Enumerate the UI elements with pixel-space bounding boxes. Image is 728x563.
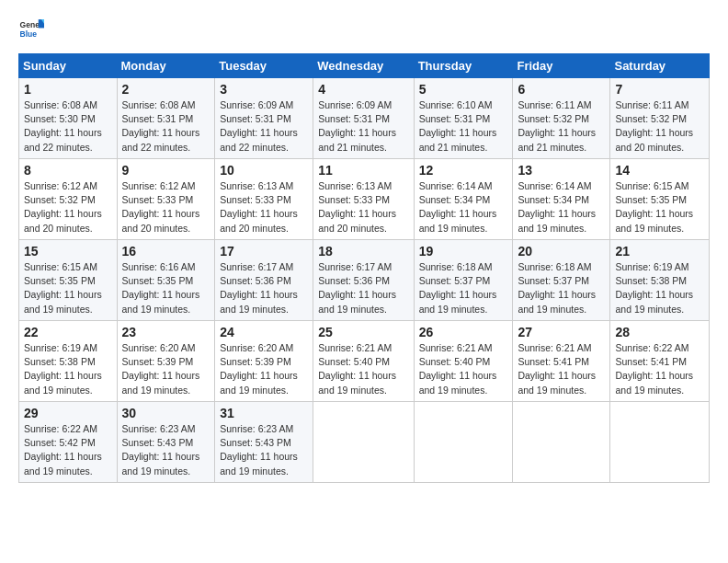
calendar-cell: 18 Sunrise: 6:17 AM Sunset: 5:36 PM Dayl…	[313, 240, 414, 321]
day-number: 24	[220, 325, 308, 339]
calendar-cell: 28 Sunrise: 6:22 AM Sunset: 5:41 PM Dayl…	[610, 321, 710, 402]
day-info: Sunrise: 6:10 AM Sunset: 5:31 PM Dayligh…	[419, 98, 508, 155]
logo-icon: General Blue	[18, 17, 44, 42]
day-info: Sunrise: 6:13 AM Sunset: 5:33 PM Dayligh…	[318, 179, 408, 236]
day-number: 28	[615, 325, 704, 339]
page: General Blue SundayMondayTuesdayWednesda…	[0, 0, 728, 494]
calendar-week-2: 15 Sunrise: 6:15 AM Sunset: 5:35 PM Dayl…	[19, 240, 710, 321]
day-info: Sunrise: 6:21 AM Sunset: 5:40 PM Dayligh…	[318, 341, 408, 397]
calendar-cell: 16 Sunrise: 6:16 AM Sunset: 5:35 PM Dayl…	[117, 240, 215, 321]
day-number: 11	[318, 163, 408, 178]
day-number: 14	[615, 163, 704, 178]
day-info: Sunrise: 6:15 AM Sunset: 5:35 PM Dayligh…	[24, 260, 112, 316]
day-info: Sunrise: 6:12 AM Sunset: 5:32 PM Dayligh…	[24, 179, 112, 236]
day-number: 10	[220, 163, 308, 178]
day-number: 15	[24, 244, 112, 259]
day-info: Sunrise: 6:11 AM Sunset: 5:32 PM Dayligh…	[518, 98, 605, 155]
day-info: Sunrise: 6:15 AM Sunset: 5:35 PM Dayligh…	[615, 179, 704, 236]
day-number: 1	[24, 82, 112, 97]
header: General Blue	[18, 17, 710, 42]
day-number: 29	[24, 406, 112, 420]
day-number: 7	[615, 82, 704, 97]
calendar-cell: 7 Sunrise: 6:11 AM Sunset: 5:32 PM Dayli…	[610, 78, 710, 159]
calendar-cell: 13 Sunrise: 6:14 AM Sunset: 5:34 PM Dayl…	[513, 159, 610, 240]
calendar-cell: 15 Sunrise: 6:15 AM Sunset: 5:35 PM Dayl…	[19, 240, 118, 321]
calendar-cell: 22 Sunrise: 6:19 AM Sunset: 5:38 PM Dayl…	[19, 321, 118, 402]
day-info: Sunrise: 6:20 AM Sunset: 5:39 PM Dayligh…	[122, 341, 210, 397]
day-info: Sunrise: 6:12 AM Sunset: 5:33 PM Dayligh…	[122, 179, 210, 236]
day-number: 17	[220, 244, 308, 259]
calendar-cell: 5 Sunrise: 6:10 AM Sunset: 5:31 PM Dayli…	[414, 78, 513, 159]
calendar-cell: 27 Sunrise: 6:21 AM Sunset: 5:41 PM Dayl…	[513, 321, 610, 402]
calendar-cell: 14 Sunrise: 6:15 AM Sunset: 5:35 PM Dayl…	[610, 159, 710, 240]
calendar-cell: 4 Sunrise: 6:09 AM Sunset: 5:31 PM Dayli…	[313, 78, 414, 159]
calendar-week-3: 22 Sunrise: 6:19 AM Sunset: 5:38 PM Dayl…	[19, 321, 710, 402]
day-info: Sunrise: 6:17 AM Sunset: 5:36 PM Dayligh…	[220, 260, 308, 316]
calendar-cell	[610, 402, 710, 483]
day-info: Sunrise: 6:22 AM Sunset: 5:41 PM Dayligh…	[615, 341, 704, 397]
day-info: Sunrise: 6:21 AM Sunset: 5:40 PM Dayligh…	[419, 341, 508, 397]
calendar-cell	[313, 402, 414, 483]
day-number: 21	[615, 244, 704, 259]
day-number: 30	[122, 406, 210, 420]
day-number: 31	[220, 406, 308, 420]
day-number: 18	[318, 244, 408, 259]
col-header-wednesday: Wednesday	[313, 54, 414, 78]
col-header-thursday: Thursday	[414, 54, 513, 78]
day-number: 26	[419, 325, 508, 339]
day-number: 27	[518, 325, 605, 339]
calendar-cell	[414, 402, 513, 483]
day-number: 2	[122, 82, 210, 97]
day-info: Sunrise: 6:08 AM Sunset: 5:30 PM Dayligh…	[24, 98, 112, 155]
calendar-week-0: 1 Sunrise: 6:08 AM Sunset: 5:30 PM Dayli…	[19, 78, 710, 159]
day-info: Sunrise: 6:21 AM Sunset: 5:41 PM Dayligh…	[518, 341, 605, 397]
calendar-cell: 23 Sunrise: 6:20 AM Sunset: 5:39 PM Dayl…	[117, 321, 215, 402]
day-number: 16	[122, 244, 210, 259]
calendar-cell: 26 Sunrise: 6:21 AM Sunset: 5:40 PM Dayl…	[414, 321, 513, 402]
col-header-monday: Monday	[117, 54, 215, 78]
calendar-cell: 31 Sunrise: 6:23 AM Sunset: 5:43 PM Dayl…	[215, 402, 313, 483]
day-info: Sunrise: 6:08 AM Sunset: 5:31 PM Dayligh…	[122, 98, 210, 155]
day-number: 25	[318, 325, 408, 339]
day-info: Sunrise: 6:14 AM Sunset: 5:34 PM Dayligh…	[518, 179, 605, 236]
day-info: Sunrise: 6:16 AM Sunset: 5:35 PM Dayligh…	[122, 260, 210, 316]
day-info: Sunrise: 6:18 AM Sunset: 5:37 PM Dayligh…	[518, 260, 605, 316]
day-info: Sunrise: 6:17 AM Sunset: 5:36 PM Dayligh…	[318, 260, 408, 316]
day-info: Sunrise: 6:13 AM Sunset: 5:33 PM Dayligh…	[220, 179, 308, 236]
col-header-friday: Friday	[513, 54, 610, 78]
day-number: 8	[24, 163, 112, 178]
calendar-cell: 2 Sunrise: 6:08 AM Sunset: 5:31 PM Dayli…	[117, 78, 215, 159]
day-info: Sunrise: 6:11 AM Sunset: 5:32 PM Dayligh…	[615, 98, 704, 155]
day-info: Sunrise: 6:23 AM Sunset: 5:43 PM Dayligh…	[122, 422, 210, 478]
calendar-cell	[513, 402, 610, 483]
logo: General Blue	[18, 17, 48, 42]
day-number: 19	[419, 244, 508, 259]
calendar-cell: 11 Sunrise: 6:13 AM Sunset: 5:33 PM Dayl…	[313, 159, 414, 240]
day-info: Sunrise: 6:22 AM Sunset: 5:42 PM Dayligh…	[24, 422, 112, 478]
day-number: 13	[518, 163, 605, 178]
calendar-cell: 21 Sunrise: 6:19 AM Sunset: 5:38 PM Dayl…	[610, 240, 710, 321]
calendar-cell: 17 Sunrise: 6:17 AM Sunset: 5:36 PM Dayl…	[215, 240, 313, 321]
day-info: Sunrise: 6:09 AM Sunset: 5:31 PM Dayligh…	[220, 98, 308, 155]
calendar-cell: 6 Sunrise: 6:11 AM Sunset: 5:32 PM Dayli…	[513, 78, 610, 159]
day-info: Sunrise: 6:18 AM Sunset: 5:37 PM Dayligh…	[419, 260, 508, 316]
day-info: Sunrise: 6:14 AM Sunset: 5:34 PM Dayligh…	[419, 179, 508, 236]
calendar-cell: 1 Sunrise: 6:08 AM Sunset: 5:30 PM Dayli…	[19, 78, 118, 159]
calendar-cell: 20 Sunrise: 6:18 AM Sunset: 5:37 PM Dayl…	[513, 240, 610, 321]
day-number: 12	[419, 163, 508, 178]
day-number: 6	[518, 82, 605, 97]
calendar-cell: 10 Sunrise: 6:13 AM Sunset: 5:33 PM Dayl…	[215, 159, 313, 240]
day-info: Sunrise: 6:19 AM Sunset: 5:38 PM Dayligh…	[615, 260, 704, 316]
day-info: Sunrise: 6:09 AM Sunset: 5:31 PM Dayligh…	[318, 98, 408, 155]
day-number: 9	[122, 163, 210, 178]
col-header-sunday: Sunday	[19, 54, 118, 78]
calendar: SundayMondayTuesdayWednesdayThursdayFrid…	[18, 53, 710, 483]
col-header-tuesday: Tuesday	[215, 54, 313, 78]
day-number: 23	[122, 325, 210, 339]
calendar-cell: 25 Sunrise: 6:21 AM Sunset: 5:40 PM Dayl…	[313, 321, 414, 402]
day-info: Sunrise: 6:23 AM Sunset: 5:43 PM Dayligh…	[220, 422, 308, 478]
calendar-cell: 19 Sunrise: 6:18 AM Sunset: 5:37 PM Dayl…	[414, 240, 513, 321]
calendar-cell: 3 Sunrise: 6:09 AM Sunset: 5:31 PM Dayli…	[215, 78, 313, 159]
day-number: 3	[220, 82, 308, 97]
day-info: Sunrise: 6:19 AM Sunset: 5:38 PM Dayligh…	[24, 341, 112, 397]
